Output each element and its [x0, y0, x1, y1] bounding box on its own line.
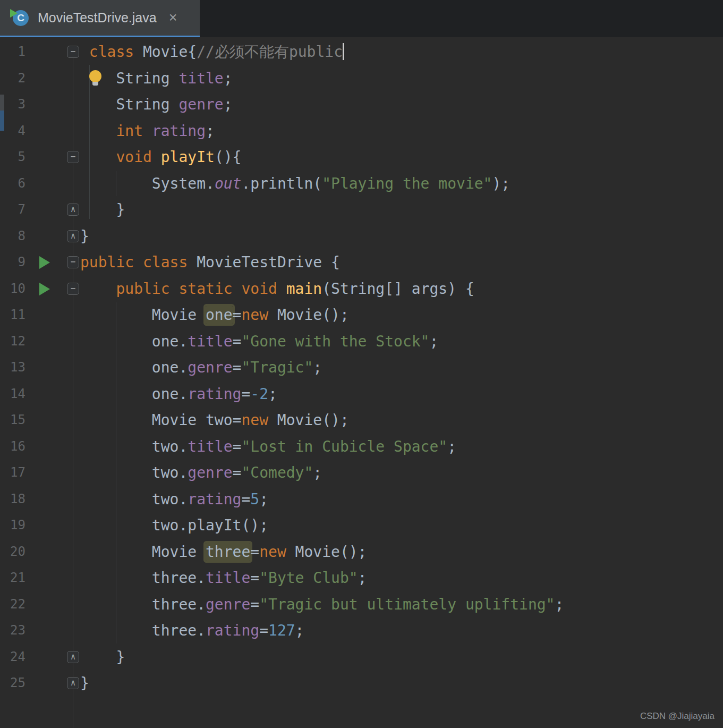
code-text[interactable]: two.rating=5;: [80, 486, 723, 513]
code-text[interactable]: one.genre="Tragic";: [80, 354, 723, 381]
line-number[interactable]: 22: [0, 591, 25, 618]
token: new: [241, 411, 268, 429]
code-text[interactable]: three.title="Byte Club";: [80, 565, 723, 591]
token: =: [233, 333, 242, 350]
token: "Playing the movie": [322, 175, 492, 192]
line-number[interactable]: 20: [0, 539, 25, 565]
code-text[interactable]: two.playIt();: [80, 512, 723, 539]
line-number[interactable]: 1: [0, 39, 25, 65]
gutter-cell: 16: [0, 434, 80, 460]
code-text[interactable]: }: [80, 223, 723, 250]
code-line: 17 two.genre="Comedy";: [0, 460, 723, 486]
code-text[interactable]: }: [80, 644, 723, 671]
line-number[interactable]: 19: [0, 512, 25, 539]
code-text[interactable]: three.genre="Tragic but ultimately uplif…: [80, 591, 723, 618]
fold-collapse-icon[interactable]: −: [67, 151, 79, 163]
token: }: [80, 227, 89, 245]
fold-collapse-icon[interactable]: −: [67, 46, 79, 58]
token: =: [233, 411, 242, 429]
token: Movie();: [268, 411, 349, 429]
line-number[interactable]: 3: [0, 91, 25, 118]
line-number[interactable]: 25: [0, 670, 25, 697]
token: ;: [206, 122, 215, 140]
code-text[interactable]: }: [80, 670, 723, 697]
run-button-icon[interactable]: [39, 283, 50, 295]
line-number[interactable]: 15: [0, 407, 25, 434]
gutter-cell: 13: [0, 354, 80, 381]
code-text[interactable]: one.title="Gone with the Stock";: [80, 328, 723, 355]
code-text[interactable]: two.title="Lost in Cubicle Space";: [80, 434, 723, 460]
code-line: 3 String genre;: [0, 91, 723, 118]
code-text[interactable]: void playIt(){: [80, 144, 723, 171]
line-number[interactable]: 10: [0, 276, 25, 302]
code-text[interactable]: one.rating=-2;: [80, 381, 723, 408]
token: title: [178, 70, 223, 87]
code-text[interactable]: public static void main(String[] args) {: [80, 276, 723, 302]
line-number[interactable]: 8: [0, 223, 25, 250]
token: =: [250, 543, 259, 561]
token: two.playIt();: [80, 517, 268, 534]
token: three.: [80, 596, 206, 613]
code-text[interactable]: class Movie{//必须不能有public: [80, 39, 723, 65]
intention-lightbulb-icon[interactable]: [89, 70, 101, 82]
line-number[interactable]: 17: [0, 460, 25, 486]
fold-end-icon[interactable]: ∧: [67, 230, 79, 242]
line-number[interactable]: 16: [0, 434, 25, 460]
runnable-arrow-icon: [10, 9, 18, 18]
token: genre: [206, 596, 250, 613]
fold-end-icon[interactable]: ∧: [67, 677, 79, 689]
token: [80, 122, 116, 140]
tab-title: MovieTestDrive.java: [38, 10, 157, 26]
code-text[interactable]: String title;: [80, 65, 723, 92]
token: =: [233, 306, 242, 324]
line-number[interactable]: 24: [0, 644, 25, 671]
line-number[interactable]: 11: [0, 302, 25, 328]
code-line: 22 three.genre="Tragic but ultimately up…: [0, 591, 723, 618]
editor[interactable]: 1− class Movie{//必须不能有public2 String tit…: [0, 37, 723, 728]
line-number[interactable]: 5: [0, 144, 25, 171]
code-text[interactable]: System.out.println("Playing the movie");: [80, 171, 723, 197]
code-line: 25∧}: [0, 670, 723, 697]
code-text[interactable]: public class MovieTestDrive {: [80, 249, 723, 276]
code-line: 7∧ }: [0, 197, 723, 223]
line-number[interactable]: 12: [0, 328, 25, 355]
code-text[interactable]: Movie one=new Movie();: [80, 302, 723, 328]
fold-end-icon[interactable]: ∧: [67, 651, 79, 663]
token: ;: [555, 596, 564, 613]
code-text[interactable]: Movie two=new Movie();: [80, 407, 723, 434]
code-text[interactable]: two.genre="Comedy";: [80, 460, 723, 486]
line-number[interactable]: 13: [0, 354, 25, 381]
line-number[interactable]: 2: [0, 65, 25, 92]
line-number[interactable]: 9: [0, 249, 25, 276]
fold-end-icon[interactable]: ∧: [67, 204, 79, 216]
code-text[interactable]: three.rating=127;: [80, 617, 723, 644]
fold-collapse-icon[interactable]: −: [67, 256, 79, 268]
code-text[interactable]: Movie three=new Movie();: [80, 539, 723, 565]
token: String: [80, 96, 178, 113]
token: main: [286, 280, 322, 298]
tab-close-icon[interactable]: ×: [169, 11, 177, 25]
editor-tab[interactable]: C MovieTestDrive.java ×: [0, 0, 200, 37]
line-number[interactable]: 14: [0, 381, 25, 408]
token: ;: [358, 569, 367, 587]
code-text[interactable]: String genre;: [80, 91, 723, 118]
code-text[interactable]: int rating;: [80, 118, 723, 145]
token: three: [206, 543, 250, 561]
line-number[interactable]: 4: [0, 118, 25, 145]
line-number[interactable]: 7: [0, 197, 25, 223]
java-class-icon: C: [12, 9, 30, 27]
code-line: 15 Movie two=new Movie();: [0, 407, 723, 434]
token: Movie();: [268, 306, 349, 324]
line-number[interactable]: 21: [0, 565, 25, 591]
code-text[interactable]: }: [80, 197, 723, 223]
token: =: [250, 596, 259, 613]
token: =: [241, 385, 250, 403]
run-button-icon[interactable]: [39, 256, 50, 269]
code-line: 20 Movie three=new Movie();: [0, 539, 723, 565]
token: public: [80, 253, 134, 271]
code-line: 24∧ }: [0, 644, 723, 671]
line-number[interactable]: 18: [0, 486, 25, 513]
line-number[interactable]: 6: [0, 171, 25, 197]
fold-collapse-icon[interactable]: −: [67, 283, 79, 295]
line-number[interactable]: 23: [0, 617, 25, 644]
